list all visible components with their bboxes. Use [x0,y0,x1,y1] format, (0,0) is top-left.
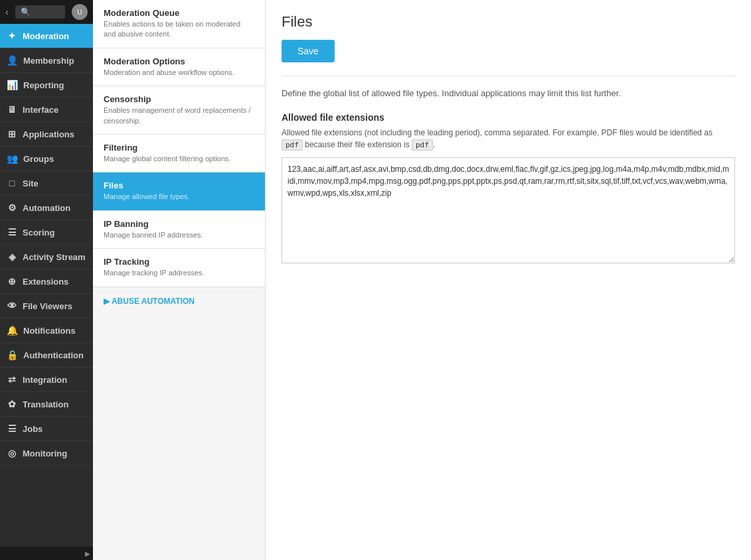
file-extensions-textarea[interactable] [282,157,735,263]
menu-item-desc: Manage tracking IP addresses. [104,268,254,278]
translation-icon: ✿ [7,399,17,409]
menu-item-title: Censorship [104,94,254,104]
interface-icon: 🖥 [7,104,17,115]
sidebar-item-authentication[interactable]: 🔒Authentication [0,343,93,368]
sidebar-item-notifications[interactable]: 🔔Notifications [0,318,93,343]
sidebar-item-label: File Viewers [23,301,72,311]
sidebar-item-label: Notifications [23,326,76,336]
sidebar-item-monitoring[interactable]: ◎Monitoring [0,441,93,466]
sidebar-item-applications[interactable]: ⊞Applications [0,122,93,147]
page-title: Files [282,13,735,31]
help-text-middle: because their file extension is [305,140,412,149]
membership-icon: 👤 [7,55,18,66]
menu-item-desc: Manage global content filtering options. [104,154,254,164]
menu-item-desc: Enables management of word replacements … [104,105,254,126]
sidebar-item-scoring[interactable]: ☰Scoring [0,220,93,245]
file-viewers-icon: 👁 [7,301,17,311]
menu-item-filtering[interactable]: FilteringManage global content filtering… [93,135,265,173]
sidebar-item-label: Extensions [23,277,68,287]
save-button[interactable]: Save [282,40,335,62]
sidebar-item-label: Activity Stream [23,252,86,262]
sidebar-item-automation[interactable]: ⚙Automation [0,196,93,220]
info-text: Define the global list of allowed file t… [282,87,735,100]
integration-icon: ⇄ [7,374,17,385]
section-label: Allowed file extensions [282,112,735,123]
applications-icon: ⊞ [7,129,17,139]
sidebar-item-label: Reporting [23,80,64,90]
sidebar-item-label: Membership [23,56,74,66]
sidebar-header: ‹ U [0,0,93,24]
sidebar-item-extensions[interactable]: ⊕Extensions [0,269,93,294]
sidebar-item-interface[interactable]: 🖥Interface [0,98,93,122]
activity-stream-icon: ◈ [7,251,17,262]
sidebar-item-jobs[interactable]: ☰Jobs [0,417,93,441]
middle-panel: Moderation QueueEnables actions to be ta… [93,0,266,560]
sidebar: ‹ U ✦Moderation👤Membership📊Reporting🖥Int… [0,0,93,560]
sidebar-item-label: Moderation [23,31,69,41]
sidebar-item-label: Groups [23,154,54,164]
back-icon[interactable]: ‹ [5,7,9,17]
menu-item-title: Filtering [104,143,254,153]
scroll-down-icon: ▶ [85,550,90,557]
main-content: Files Save Define the global list of all… [266,0,751,560]
sidebar-item-label: Scoring [23,228,54,238]
menu-item-desc: Manage banned IP addresses. [104,230,254,240]
menu-item-ip-tracking[interactable]: IP TrackingManage tracking IP addresses. [93,249,265,287]
code-pdf-1: pdf [282,139,303,151]
sidebar-item-label: Interface [23,105,58,115]
menu-item-moderation-queue[interactable]: Moderation QueueEnables actions to be ta… [93,0,265,48]
menu-item-censorship[interactable]: CensorshipEnables management of word rep… [93,86,265,135]
menu-item-title: Moderation Options [104,56,254,66]
help-text: Allowed file extensions (not including t… [282,127,735,151]
sidebar-item-site[interactable]: □Site [0,171,93,196]
avatar[interactable]: U [72,4,88,20]
extensions-icon: ⊕ [7,276,17,287]
jobs-icon: ☰ [7,423,17,434]
site-icon: □ [7,178,17,188]
sidebar-item-reporting[interactable]: 📊Reporting [0,73,93,98]
scoring-icon: ☰ [7,227,17,238]
sidebar-scroll: ✦Moderation👤Membership📊Reporting🖥Interfa… [0,24,93,547]
sidebar-item-label: Integration [23,375,67,385]
menu-item-moderation-options[interactable]: Moderation OptionsModeration and abuse w… [93,48,265,86]
moderation-icon: ✦ [7,31,17,41]
menu-item-title: Moderation Queue [104,8,254,18]
menu-item-title: IP Tracking [104,257,254,267]
monitoring-icon: ◎ [7,448,17,458]
sidebar-item-file-viewers[interactable]: 👁File Viewers [0,294,93,318]
menu-item-desc: Manage allowed file types. [104,192,254,202]
sidebar-item-groups[interactable]: 👥Groups [0,147,93,171]
code-pdf-2: pdf [412,139,433,151]
reporting-icon: 📊 [7,80,18,90]
abuse-automation-section[interactable]: ▶ ABUSE AUTOMATION [93,287,265,315]
sidebar-item-label: Authentication [23,350,84,360]
sidebar-item-label: Applications [23,129,74,139]
notifications-icon: 🔔 [7,325,18,336]
menu-item-title: Files [104,180,254,190]
sidebar-item-label: Automation [23,203,70,213]
sidebar-item-label: Translation [23,399,68,409]
sidebar-item-label: Site [23,178,39,188]
search-input[interactable] [15,5,65,19]
menu-item-ip-banning[interactable]: IP BanningManage banned IP addresses. [93,211,265,249]
sidebar-item-label: Jobs [23,424,42,434]
sidebar-bottom: ▶ [0,547,93,560]
sidebar-item-integration[interactable]: ⇄Integration [0,368,93,392]
divider [282,76,735,76]
menu-item-title: IP Banning [104,219,254,229]
sidebar-item-moderation[interactable]: ✦Moderation [0,24,93,48]
groups-icon: 👥 [7,153,18,164]
help-text-before: Allowed file extensions (not including t… [282,128,712,137]
menu-item-desc: Enables actions to be taken on moderated… [104,19,254,40]
authentication-icon: 🔒 [7,350,18,360]
sidebar-item-translation[interactable]: ✿Translation [0,392,93,417]
automation-icon: ⚙ [7,202,17,213]
menu-item-desc: Moderation and abuse workflow options. [104,68,254,78]
sidebar-item-membership[interactable]: 👤Membership [0,48,93,73]
sidebar-item-activity-stream[interactable]: ◈Activity Stream [0,245,93,269]
menu-item-files[interactable]: FilesManage allowed file types. [93,173,265,210]
sidebar-item-label: Monitoring [23,449,67,458]
